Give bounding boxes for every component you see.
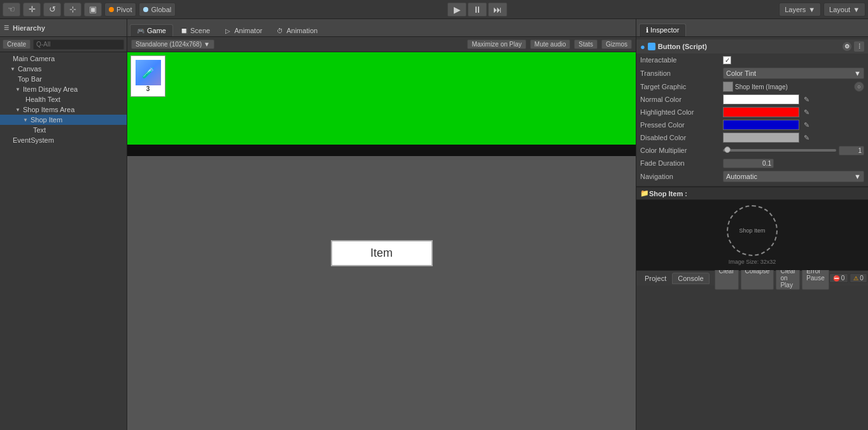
highlighted-color-row: Highlighted Color ✎ [636,106,868,118]
target-graphic-value: Shop Item (Image) ○ [723,82,864,92]
pressed-color-value: ✎ [723,120,864,130]
layers-chevron: ▼ [808,6,815,13]
color-multiplier-number[interactable]: 1 [839,146,864,155]
normal-color-value: ✎ [723,94,864,104]
item-button[interactable]: Item [331,240,433,266]
hierarchy-item-health-text[interactable]: Health Text [0,94,127,104]
hierarchy-search[interactable] [33,39,124,50]
normal-color-picker[interactable]: ✎ [801,94,811,104]
color-multiplier-label: Color Multiplier [640,147,723,154]
canvas-triangle: ▼ [10,66,15,72]
tab-scene[interactable]: 🔲 Scene [173,24,217,36]
preview-header: 📁 Shop Item : [636,187,868,200]
disabled-color-picker[interactable]: ✎ [801,133,811,143]
component-gear-btn[interactable]: ⚙ [843,42,851,51]
preview-circle: Shop Item [727,205,778,256]
hierarchy-toolbar: Create [0,37,127,52]
target-graphic-circle-btn[interactable]: ○ [854,82,864,92]
rotate-tool-btn[interactable]: ↺ [43,3,61,17]
inspector-content: ● Button (Script) ⚙ ⋮ Interactable ✓ Tra… [636,37,868,430]
error-icon: ⛔ [833,275,840,282]
item-label: Item [370,247,393,259]
console-tabs-bar: Project Console Clear Collapse Clear on … [636,270,868,285]
target-graphic-text: Shop Item (Image) [735,83,788,90]
hierarchy-panel: ☰ Hierarchy Create Main Camera ▼ Canvas … [0,19,127,430]
navigation-dropdown[interactable]: Automatic ▼ [723,171,864,182]
tab-animator[interactable]: ▷ Animator [217,24,269,36]
move-tool-btn[interactable]: ✛ [23,3,41,17]
disabled-color-swatch[interactable] [723,133,799,143]
tab-animation[interactable]: ⏱ Animation [269,24,325,36]
disabled-color-row: Disabled Color ✎ [636,131,868,144]
hand-tool-btn[interactable]: ☜ [3,3,20,17]
top-toolbar: ☜ ✛ ↺ ⊹ ▣ Pivot Global ▶ ⏸ ⏭ Layers ▼ La… [0,0,868,19]
target-graphic-row: Target Graphic Shop Item (Image) ○ [636,80,868,93]
hierarchy-title: Hierarchy [13,24,45,32]
color-multiplier-slider[interactable] [723,149,836,152]
global-group[interactable]: Global [139,3,176,17]
step-button[interactable]: ⏭ [488,3,507,17]
preview-size: Image Size: 32x32 [729,259,776,265]
tabs-bar: 🎮 Game 🔲 Scene ▷ Animator ⏱ Animation [127,19,636,37]
tab-game[interactable]: 🎮 Game [130,24,173,36]
hierarchy-item-shop-item[interactable]: ▼ Shop Item [0,115,127,125]
hierarchy-item-display-area[interactable]: ▼ Item Display Area [0,84,127,94]
color-multiplier-slider-row: 1 [723,146,864,155]
stats-btn[interactable]: Stats [574,39,598,49]
tab-inspector[interactable]: ℹ Inspector [639,24,686,36]
item-count: 3 [146,85,150,92]
green-area [127,52,636,145]
pressed-color-row: Pressed Color ✎ [636,118,868,131]
target-graphic-label: Target Graphic [640,83,723,90]
main-area: ☰ Hierarchy Create Main Camera ▼ Canvas … [0,19,868,430]
normal-color-swatch[interactable] [723,94,799,104]
pause-button[interactable]: ⏸ [468,3,487,17]
resolution-dropdown[interactable]: Standalone (1024x768) ▼ [131,39,214,49]
interactable-row: Interactable ✓ [636,54,868,66]
warning-icon: ⚠ [853,275,858,282]
tab-project[interactable]: Project [639,273,672,284]
color-multiplier-value: 1 [723,146,864,155]
pivot-group[interactable]: Pivot [104,3,136,17]
fade-duration-row: Fade Duration 0.1 [636,157,868,169]
component-checkbox[interactable] [648,43,655,50]
interactable-checkbox[interactable]: ✓ [723,56,731,64]
pressed-color-swatch[interactable] [723,120,799,130]
highlighted-color-picker[interactable]: ✎ [801,107,811,117]
preview-title: Shop Item : [649,190,687,197]
layout-chevron: ▼ [853,6,860,13]
scale-tool-btn[interactable]: ⊹ [64,3,81,17]
layout-label: Layout [829,6,850,13]
hierarchy-item-text[interactable]: Text [0,125,127,135]
component-title: Button (Script) [658,43,707,50]
transition-dropdown[interactable]: Color Tint ▼ [723,68,864,79]
interactable-label: Interactable [640,56,723,64]
layout-dropdown[interactable]: Layout ▼ [823,3,865,17]
hierarchy-item-canvas[interactable]: ▼ Canvas [0,64,127,74]
gizmos-btn[interactable]: Gizmos [601,39,632,49]
target-graphic-icon [723,82,733,92]
pressed-color-picker[interactable]: ✎ [801,120,811,130]
layers-dropdown[interactable]: Layers ▼ [779,3,821,17]
create-button[interactable]: Create [3,39,31,49]
resolution-chevron: ▼ [204,41,210,48]
fade-duration-input[interactable]: 0.1 [723,159,774,168]
maximize-btn[interactable]: Maximize on Play [467,39,526,49]
hierarchy-item-event-system[interactable]: EventSystem [0,135,127,145]
hierarchy-item-main-camera[interactable]: Main Camera [0,54,127,64]
hierarchy-item-shop-items-area[interactable]: ▼ Shop Items Area [0,104,127,115]
hierarchy-item-top-bar[interactable]: Top Bar [0,74,127,84]
mute-btn[interactable]: Mute audio [530,39,570,49]
highlighted-color-swatch[interactable] [723,107,799,117]
shop-item-thumbnail: 🧪 3 [130,55,165,97]
play-button[interactable]: ▶ [447,3,466,17]
rect-tool-btn[interactable]: ▣ [84,3,102,17]
preview-section: 📁 Shop Item : Shop Item Image Size: 32x3… [636,187,868,270]
scene-icon: 🔲 [180,27,188,34]
game-icon: 🎮 [137,27,144,34]
pressed-color-label: Pressed Color [640,121,723,129]
tab-console[interactable]: Console [672,273,709,284]
normal-color-row: Normal Color ✎ [636,93,868,106]
black-bar [127,145,636,156]
component-options-btn[interactable]: ⋮ [854,41,864,52]
